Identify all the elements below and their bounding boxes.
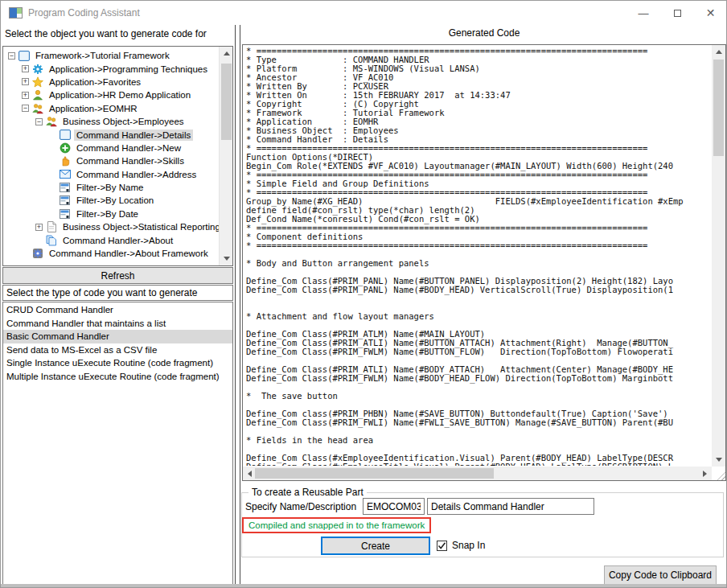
panel-splitter[interactable]: [235, 25, 240, 586]
expand-icon[interactable]: +: [22, 65, 29, 72]
tree-item[interactable]: +Application->Programming Techniques: [3, 62, 219, 75]
snap-in-label: Snap In: [452, 540, 485, 551]
maximize-icon: [674, 10, 681, 17]
gear-framework-icon: [31, 248, 43, 259]
maximize-button[interactable]: [660, 1, 694, 25]
tree-item-label: Application->HR Demo Application: [47, 89, 193, 101]
window-title: Program Coding Assistant: [28, 7, 140, 19]
tree-item-label: Filter->By Location: [74, 195, 156, 206]
tree-item[interactable]: Filter->By Date: [3, 208, 219, 220]
name-input[interactable]: [363, 498, 425, 515]
tree-item[interactable]: Command Handler->New: [3, 142, 219, 154]
refresh-button-label: Refresh: [101, 270, 134, 282]
people-icon: [45, 116, 57, 127]
collapse-icon[interactable]: −: [8, 52, 15, 60]
collapse-icon[interactable]: −: [35, 118, 43, 125]
filter-icon: [59, 195, 71, 206]
tree-scrollbar[interactable]: [219, 47, 232, 265]
refresh-button[interactable]: Refresh: [2, 267, 233, 284]
tree-item[interactable]: +Business Object->Statistical Reporting: [3, 220, 219, 233]
status-message: Compiled and snapped in to the framework: [242, 517, 431, 533]
tree-item[interactable]: −Application->EOMHR: [3, 102, 219, 115]
copy-code-button[interactable]: Copy Code to Clipboard: [604, 565, 717, 585]
tree-item-label: Filter->By Name: [74, 182, 146, 193]
object-tree-box: −Framework->Tutorial Framework+Applicati…: [2, 46, 233, 266]
app-icon: [9, 7, 23, 19]
tree-item-label: Command Handler->About Framework: [47, 248, 211, 259]
code-vertical-scrollbar[interactable]: [712, 45, 725, 467]
expand-icon[interactable]: +: [35, 224, 43, 231]
filter-icon: [59, 182, 71, 193]
collapse-icon[interactable]: −: [22, 105, 29, 112]
window-bottom-edge: [1, 584, 727, 587]
snap-in-checkbox[interactable]: [437, 541, 447, 551]
tree-item-label: Application->Favorites: [47, 76, 143, 88]
close-button[interactable]: ✕: [694, 1, 727, 25]
create-button-label: Create: [361, 541, 390, 552]
documents-icon: [45, 235, 57, 246]
tree-scrollbar-thumb[interactable]: [221, 64, 232, 140]
tree-item-label: Framework->Tutorial Framework: [33, 50, 172, 61]
tree-item[interactable]: Command Handler->About: [3, 233, 219, 246]
tree-item-label: Command Handler->Skills: [74, 155, 187, 167]
code-type-label: Select the type of code you want to gene…: [2, 285, 233, 301]
code-type-list: CRUD Command HandlerCommand Handler that…: [2, 302, 233, 585]
specify-name-label: Specify Name/Description: [245, 501, 356, 512]
code-horizontal-scrollbar[interactable]: [243, 467, 712, 480]
scroll-down-icon[interactable]: [712, 453, 725, 467]
tree-item[interactable]: Filter->By Name: [3, 181, 219, 194]
tree-item[interactable]: Filter->By Location: [3, 194, 219, 207]
tree-item-label: Business Object->Employees: [60, 116, 187, 127]
code-type-item[interactable]: Basic Command Handler: [3, 330, 232, 343]
generated-code-text[interactable]: * ======================================…: [246, 47, 711, 466]
close-icon: ✕: [706, 6, 716, 19]
envelope-icon: [59, 169, 71, 180]
expand-icon[interactable]: +: [22, 92, 29, 99]
person-icon: [31, 89, 43, 101]
tree-item-label: Filter->By Date: [74, 208, 141, 220]
hand-icon: [59, 155, 71, 167]
tree-item[interactable]: +Application->Favorites: [3, 76, 219, 88]
generated-code-header: Generated Code: [242, 27, 726, 39]
code-hscroll-thumb[interactable]: [255, 468, 494, 479]
tree-item-label: Business Object->Statistical Reporting: [60, 221, 223, 232]
tree-item[interactable]: Command Handler->Details: [3, 128, 219, 141]
title-bar[interactable]: Program Coding Assistant — ✕: [1, 1, 726, 25]
tree-item[interactable]: Command Handler->Address: [3, 168, 219, 181]
code-vscroll-thumb[interactable]: [713, 60, 724, 156]
gear-icon: [31, 64, 43, 75]
tree-item[interactable]: Command Handler->About Framework: [3, 247, 219, 260]
description-input[interactable]: [427, 498, 594, 515]
tree-item[interactable]: +Application->HR Demo Application: [3, 88, 219, 101]
code-type-item[interactable]: Multiple Instance uExecute Routine (code…: [3, 370, 232, 384]
tree-item-label: Command Handler->Details: [74, 130, 193, 141]
code-type-item[interactable]: CRUD Command Handler: [3, 303, 232, 317]
object-select-label: Select the object you want to generate c…: [5, 28, 207, 39]
object-tree: −Framework->Tutorial Framework+Applicati…: [3, 49, 219, 260]
generated-code-box: * ======================================…: [242, 44, 726, 481]
people-icon: [31, 103, 43, 114]
tree-item-label: Application->Programming Techniques: [47, 64, 210, 75]
reusable-part-group-label: To create a Reusable Part: [248, 487, 367, 498]
expand-icon[interactable]: +: [22, 78, 29, 85]
resize-grip[interactable]: [713, 467, 725, 480]
code-type-item[interactable]: Send data to MS-Excel as a CSV file: [3, 343, 232, 357]
app-window: Program Coding Assistant — ✕ Select the …: [0, 0, 727, 588]
tree-item-label: Command Handler->New: [74, 142, 183, 154]
code-type-item[interactable]: Single Instance uExecute Routine (code f…: [3, 356, 232, 370]
tree-item[interactable]: −Framework->Tutorial Framework: [3, 49, 219, 62]
window-icon: [18, 50, 30, 61]
window-icon: [59, 130, 71, 141]
create-button[interactable]: Create: [321, 537, 430, 555]
tree-item[interactable]: −Business Object->Employees: [3, 115, 219, 128]
scroll-right-icon[interactable]: [698, 467, 712, 480]
scroll-up-icon[interactable]: [220, 47, 233, 60]
checkmark-icon: [437, 541, 446, 550]
code-type-label-text: Select the type of code you want to gene…: [6, 287, 198, 298]
document-icon: [45, 221, 57, 232]
minimize-button[interactable]: —: [626, 1, 660, 25]
scroll-down-icon[interactable]: [220, 252, 233, 265]
tree-item[interactable]: Command Handler->Skills: [3, 154, 219, 167]
scroll-up-icon[interactable]: [712, 45, 725, 59]
code-type-item[interactable]: Command Handler that maintains a list: [3, 317, 232, 331]
